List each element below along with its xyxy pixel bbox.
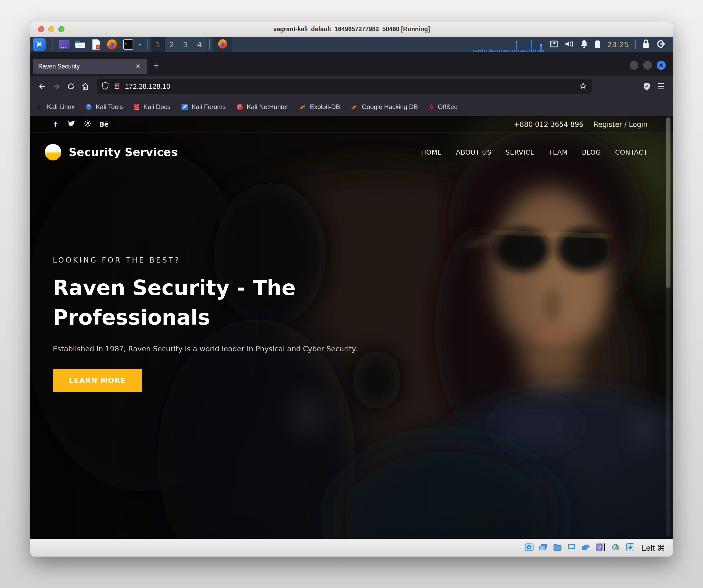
minimize-button[interactable] — [629, 61, 638, 70]
offsec-favicon — [428, 103, 435, 111]
maximize-button[interactable] — [643, 61, 652, 70]
vbox-recording-icon[interactable] — [581, 542, 591, 553]
network-tray-icon[interactable] — [549, 40, 559, 49]
nav-blog[interactable]: BLOG — [582, 148, 601, 156]
battery-icon[interactable] — [594, 40, 601, 50]
svg-text:V: V — [598, 545, 601, 550]
kali-panel: $_ ⌄ 1 2 3 4 — [30, 37, 673, 52]
bookmark-kali-nethunter[interactable]: Kali NetHunter — [236, 103, 288, 111]
nav-service[interactable]: SERVICE — [505, 148, 535, 156]
firefox-icon — [218, 39, 228, 50]
site-topbar: f Bē +880 012 3654 896 Register / Login — [30, 116, 673, 133]
home-button[interactable] — [78, 79, 92, 93]
cpu-graph-bars — [472, 37, 545, 52]
nav-home[interactable]: HOME — [421, 148, 442, 156]
mac-minimize-button[interactable] — [48, 26, 54, 32]
page-scrollbar[interactable] — [666, 117, 671, 536]
forward-button[interactable] — [49, 79, 64, 93]
tab-close-icon[interactable]: ✕ — [134, 62, 142, 71]
bookmark-offsec[interactable]: OffSec — [428, 103, 457, 111]
reload-button[interactable] — [64, 79, 78, 93]
vbox-virtualization-icon[interactable]: V — [595, 542, 607, 553]
hamburger-menu-icon[interactable]: ☰ — [654, 79, 669, 93]
register-login-link[interactable]: Register / Login — [594, 121, 647, 129]
back-button[interactable] — [35, 79, 49, 93]
kali-nethunter-favicon — [236, 103, 243, 111]
scrollbar-thumb[interactable] — [666, 117, 671, 288]
kali-dragon-icon — [34, 39, 44, 50]
mac-traffic-lights — [38, 21, 65, 36]
vbox-status-bar: V Left ⌘ — [30, 539, 673, 557]
file-manager-icon[interactable] — [74, 38, 87, 51]
vbox-hdd-icon[interactable] — [525, 542, 534, 553]
bookmark-google-hacking-db[interactable]: Google Hacking DB — [351, 103, 418, 111]
bookmark-kali-forums[interactable]: Kali Forums — [181, 103, 226, 111]
dribbble-icon[interactable] — [83, 120, 91, 129]
behance-icon[interactable]: Bē — [99, 121, 107, 128]
tab-title: Raven Security — [38, 63, 134, 70]
workspace-3[interactable]: 3 — [178, 37, 192, 52]
google-hacking-db-favicon — [351, 104, 358, 110]
workspace-4[interactable]: 4 — [192, 37, 206, 52]
shield-icon[interactable] — [101, 82, 109, 91]
taskbar-firefox-button[interactable] — [213, 37, 232, 52]
nav-contact[interactable]: CONTACT — [615, 148, 647, 156]
close-button[interactable]: ✕ — [656, 61, 666, 70]
firefox-app-icon[interactable] — [106, 38, 119, 51]
hero-section: LOOKING FOR THE BEST? Raven Security - T… — [30, 172, 673, 392]
firefox-navbar: 172.28.128.10 ☰ — [30, 76, 673, 97]
site-logo-icon[interactable] — [45, 144, 61, 160]
lock-screen-icon[interactable] — [642, 39, 650, 50]
clock[interactable]: 23:25 — [607, 41, 629, 49]
panel-separator — [53, 40, 53, 50]
bookmark-star-icon[interactable] — [579, 82, 587, 91]
terminal-emulator-icon[interactable]: $_ — [122, 38, 135, 51]
host-key-label: Left ⌘ — [642, 543, 665, 553]
facebook-icon[interactable]: f — [52, 121, 60, 128]
notifications-bell-icon[interactable] — [580, 40, 589, 50]
mac-titlebar[interactable]: vagrant-kali_default_1649657277982_50460… — [30, 21, 673, 37]
panel-separator — [147, 40, 148, 50]
desktop: vagrant-kali_default_1649657277982_50460… — [0, 0, 703, 588]
bookmark-exploit-db[interactable]: Exploit-DB — [299, 103, 340, 111]
vbox-network-icon[interactable] — [539, 542, 548, 553]
hero-subtitle: Established in 1987, Raven Security is a… — [53, 345, 673, 353]
site-header: Security Services HOME ABOUT US SERVICE … — [30, 133, 673, 172]
mac-close-button[interactable] — [38, 26, 44, 32]
vm-window: vagrant-kali_default_1649657277982_50460… — [30, 21, 673, 557]
learn-more-button[interactable]: LEARN MORE — [53, 369, 142, 392]
bookmark-kali-docs[interactable]: </> Kali Docs — [134, 103, 170, 111]
cpu-load-graph[interactable] — [472, 37, 545, 52]
text-editor-icon[interactable] — [90, 38, 102, 51]
kali-tools-favicon — [85, 103, 92, 111]
bookmarks-bar: Kali Linux Kali Tools </> Kali Docs Kali… — [30, 97, 673, 116]
volume-tray-icon[interactable] — [564, 40, 574, 49]
workspace-1[interactable]: 1 — [151, 37, 165, 52]
vm-window-title: vagrant-kali_default_1649657277982_50460… — [273, 25, 430, 33]
launcher-chevron-icon[interactable]: ⌄ — [137, 41, 143, 46]
site-logo-text[interactable]: Security Services — [69, 146, 178, 159]
protections-shield-icon[interactable] — [640, 79, 654, 93]
vbox-display-icon[interactable] — [567, 542, 576, 553]
vbox-mouse-icon[interactable] — [611, 542, 621, 553]
insecure-lock-icon[interactable] — [113, 82, 121, 91]
url-bar[interactable]: 172.28.128.10 — [97, 79, 592, 94]
nav-about-us[interactable]: ABOUT US — [456, 148, 491, 156]
logout-power-icon[interactable] — [656, 40, 665, 50]
url-text[interactable]: 172.28.128.10 — [125, 82, 575, 91]
firefox-window-controls: ✕ — [629, 61, 666, 70]
nav-team[interactable]: TEAM — [549, 148, 568, 156]
mac-zoom-button[interactable] — [58, 26, 65, 32]
kali-apps-menu-button[interactable] — [33, 38, 46, 51]
site-nav: HOME ABOUT US SERVICE TEAM BLOG CONTACT — [421, 148, 647, 156]
bookmark-kali-linux[interactable]: Kali Linux — [36, 103, 75, 111]
workspace-2[interactable]: 2 — [165, 37, 178, 52]
bookmark-kali-tools[interactable]: Kali Tools — [85, 103, 123, 111]
twitter-icon[interactable] — [67, 121, 75, 128]
browser-tab[interactable]: Raven Security ✕ — [33, 59, 147, 74]
vbox-usb-icon[interactable] — [625, 542, 635, 553]
new-tab-button[interactable]: + — [153, 60, 159, 71]
panel-separator — [210, 40, 210, 50]
terminal-app-icon[interactable] — [58, 38, 71, 51]
vbox-shared-folders-icon[interactable] — [553, 542, 562, 553]
